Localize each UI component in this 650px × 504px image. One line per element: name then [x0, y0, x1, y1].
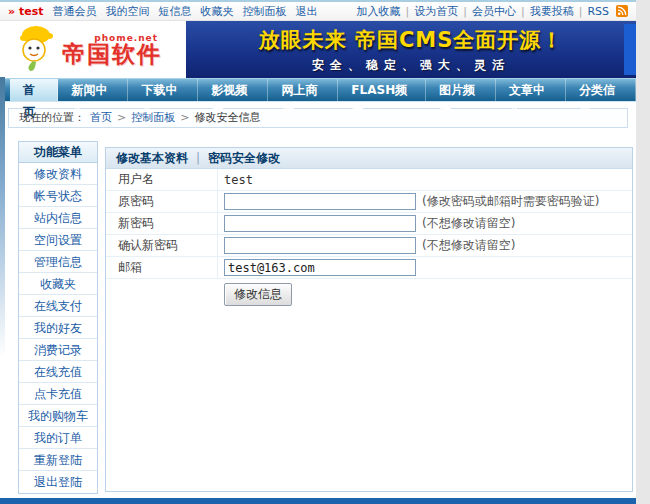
topbar-link[interactable]: 我的空间: [105, 4, 149, 19]
new-password-hint: (不想修改请留空): [422, 215, 515, 232]
security-form: 用户名 test 原密码 (修改密码或邮箱时需要密码验证) 新密码 (不想修改请…: [106, 169, 632, 279]
tab-password-security[interactable]: 密码安全修改: [208, 148, 280, 169]
sidebar-item[interactable]: 修改资料: [19, 163, 97, 185]
sidebar-title: 功能菜单: [19, 142, 97, 163]
sidebar-item[interactable]: 重新登陆: [19, 449, 97, 471]
breadcrumb-separator: >: [117, 109, 126, 127]
submit-button[interactable]: 修改信息: [224, 283, 292, 306]
topbar-link[interactable]: RSS: [587, 5, 609, 18]
nav-item[interactable]: 图片频道: [426, 79, 496, 101]
tab-separator: |: [196, 148, 200, 169]
confirm-password-hint: (不想修改请留空): [422, 237, 515, 254]
breadcrumb: 现在的位置： 首页>控制面板>修改安全信息: [8, 108, 628, 128]
breadcrumb-prefix: 现在的位置：: [19, 109, 85, 127]
sidebar-item[interactable]: 消费记录: [19, 339, 97, 361]
form-row: 用户名 test: [106, 169, 632, 191]
tab-edit-profile[interactable]: 修改基本资料: [116, 148, 188, 169]
form-row: 确认新密码 (不想修改请留空): [106, 235, 632, 257]
banner-subtitle: 安全、稳定、强大、灵活: [312, 57, 510, 74]
form-field: test: [218, 173, 253, 187]
form-label: 用户名: [106, 169, 218, 190]
sidebar-item[interactable]: 空间设置: [19, 229, 97, 251]
topbar-left-links: 普通会员我的空间短信息收藏夹控制面板退出: [52, 4, 317, 19]
email-input[interactable]: [224, 259, 416, 276]
nav-item[interactable]: 影视频道: [198, 79, 268, 101]
old-password-input[interactable]: [224, 193, 416, 210]
sidebar-items: 修改资料帐号状态站内信息空间设置管理信息收藏夹在线支付我的好友消费记录在线充值点…: [19, 163, 97, 493]
form-actions: 修改信息: [106, 279, 632, 311]
old-password-hint: (修改密码或邮箱时需要密码验证): [422, 193, 599, 210]
page: » test 普通会员我的空间短信息收藏夹控制面板退出 加入收藏|设为首页|会员…: [0, 0, 650, 504]
rss-icon[interactable]: [616, 5, 628, 17]
form-row: 新密码 (不想修改请留空): [106, 213, 632, 235]
header: phome.net 帝国软件 放眼未来 帝国CMS全面开源！ 安全、稳定、强大、…: [0, 21, 636, 78]
separator: |: [463, 5, 467, 18]
form-field: (不想修改请留空): [218, 215, 515, 232]
sidebar-item[interactable]: 我的订单: [19, 427, 97, 449]
breadcrumb-separator: >: [180, 109, 189, 127]
sidebar-item[interactable]: 在线充值: [19, 361, 97, 383]
sidebar-item[interactable]: 站内信息: [19, 207, 97, 229]
topbar-link[interactable]: 控制面板: [242, 4, 286, 19]
form-label: 新密码: [106, 213, 218, 234]
sidebar-item[interactable]: 在线支付: [19, 295, 97, 317]
form-field: (修改密码或邮箱时需要密码验证): [218, 193, 599, 210]
banner-endcap: [624, 24, 636, 75]
topbar-link[interactable]: 退出: [295, 4, 317, 19]
form-label: 邮箱: [106, 257, 218, 278]
form-row: 邮箱: [106, 257, 632, 279]
banner-title: 放眼未来 帝国CMS全面开源！: [259, 26, 564, 54]
topbar-right-links: 加入收藏|设为首页|会员中心|我要投稿|RSS: [357, 4, 628, 19]
main-area: 功能菜单 修改资料帐号状态站内信息空间设置管理信息收藏夹在线支付我的好友消费记录…: [0, 141, 636, 494]
user-prefix: »: [8, 5, 15, 18]
sidebar-item[interactable]: 我的购物车: [19, 405, 97, 427]
nav-item[interactable]: FLASH频道: [338, 79, 426, 101]
sidebar-item[interactable]: 收藏夹: [19, 273, 97, 295]
page-body: » test 普通会员我的空间短信息收藏夹控制面板退出 加入收藏|设为首页|会员…: [0, 0, 636, 504]
mascot-icon: [16, 24, 58, 76]
sidebar-item[interactable]: 我的好友: [19, 317, 97, 339]
nav-item[interactable]: 新闻中心: [58, 79, 128, 101]
username: test: [19, 5, 44, 18]
nav-item[interactable]: 文章中心: [496, 79, 566, 101]
form-row: 原密码 (修改密码或邮箱时需要密码验证): [106, 191, 632, 213]
separator: |: [521, 5, 525, 18]
breadcrumb-link[interactable]: 控制面板: [131, 109, 175, 127]
main-nav: 首页新闻中心下载中心影视频道网上商城FLASH频道图片频道文章中心分类信息: [0, 78, 636, 102]
nav-item[interactable]: 首页: [10, 79, 58, 101]
form-label: 确认新密码: [106, 235, 218, 256]
logo-name: 帝国软件: [62, 43, 162, 66]
site-logo[interactable]: phome.net 帝国软件: [0, 21, 186, 78]
nav-item[interactable]: 分类信息: [566, 79, 636, 101]
sidebar-item[interactable]: 退出登陆: [19, 471, 97, 493]
content-panel: 修改基本资料 | 密码安全修改 用户名 test 原密码 (修改密码或邮箱时需要…: [105, 147, 633, 492]
promo-banner: 放眼未来 帝国CMS全面开源！ 安全、稳定、强大、灵活: [186, 21, 636, 78]
confirm-password-input[interactable]: [224, 237, 416, 254]
nav-item[interactable]: 网上商城: [268, 79, 338, 101]
sidebar: 功能菜单 修改资料帐号状态站内信息空间设置管理信息收藏夹在线支付我的好友消费记录…: [18, 141, 98, 494]
separator: |: [579, 5, 583, 18]
topbar-link[interactable]: 收藏夹: [200, 4, 233, 19]
topbar-link[interactable]: 设为首页: [414, 4, 458, 19]
nav-item[interactable]: 下载中心: [128, 79, 198, 101]
form-field: [218, 259, 416, 276]
topbar: » test 普通会员我的空间短信息收藏夹控制面板退出 加入收藏|设为首页|会员…: [0, 2, 636, 21]
sidebar-item[interactable]: 点卡充值: [19, 383, 97, 405]
username-value: test: [224, 173, 253, 187]
left-deco-strip: [0, 77, 5, 357]
topbar-link[interactable]: 短信息: [158, 4, 191, 19]
breadcrumb-items: 首页>控制面板>修改安全信息: [90, 109, 260, 127]
sidebar-item[interactable]: 管理信息: [19, 251, 97, 273]
new-password-input[interactable]: [224, 215, 416, 232]
breadcrumb-link[interactable]: 首页: [90, 109, 112, 127]
form-label: 原密码: [106, 191, 218, 212]
topbar-link[interactable]: 加入收藏: [357, 4, 401, 19]
topbar-link[interactable]: 会员中心: [472, 4, 516, 19]
topbar-link[interactable]: 我要投稿: [530, 4, 574, 19]
content-tabs: 修改基本资料 | 密码安全修改: [106, 148, 632, 169]
sidebar-item[interactable]: 帐号状态: [19, 185, 97, 207]
topbar-link[interactable]: 普通会员: [52, 4, 96, 19]
separator: |: [406, 5, 410, 18]
form-field: (不想修改请留空): [218, 237, 515, 254]
logo-text-block: phome.net 帝国软件: [62, 33, 162, 66]
